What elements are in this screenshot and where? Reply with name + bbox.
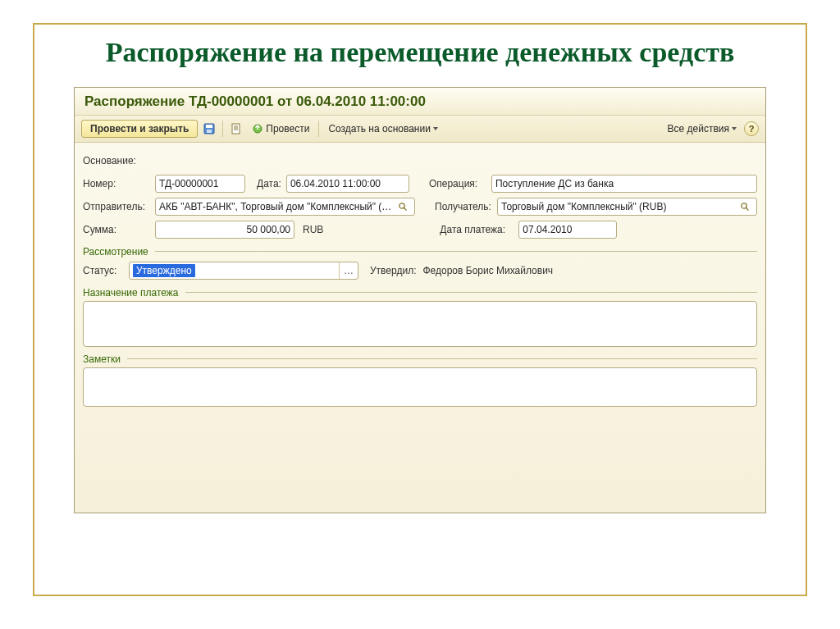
search-icon[interactable] [398,202,411,212]
help-icon[interactable]: ? [744,121,759,136]
svg-rect-1 [206,125,212,128]
svg-line-9 [404,207,407,210]
paydate-value: 07.04.2010 [523,224,613,235]
separator [318,121,319,137]
review-group-label: Рассмотрение [83,246,148,258]
operation-value: Поступление ДС из банка [495,178,753,189]
sum-currency: RUB [303,224,323,235]
svg-line-11 [746,207,749,210]
date-field[interactable]: 06.04.2010 11:00:00 [286,175,409,193]
sum-label: Сумма: [83,224,150,235]
status-value: Утверждено [133,264,195,277]
number-value: ТД-00000001 [159,178,241,189]
post-and-close-button[interactable]: Провести и закрыть [81,120,198,138]
svg-point-10 [742,203,746,207]
svg-point-8 [399,203,404,207]
all-actions-button[interactable]: Все действия [664,121,741,136]
date-value: 06.04.2010 11:00:00 [290,178,405,189]
notes-textarea[interactable] [83,367,757,407]
svg-rect-3 [232,124,240,134]
create-based-on-button[interactable]: Создать на основании [324,121,442,136]
receiver-field[interactable]: Торговый дом "Комплексный" (RUB) [497,198,757,216]
chevron-down-icon [732,127,737,130]
operation-field[interactable]: Поступление ДС из банка [491,175,757,193]
date-label: Дата: [257,178,281,189]
sender-value: АКБ "АВТ-БАНК", Торговый дом "Комплексны… [159,201,398,212]
purpose-group: Назначение платежа [83,287,757,299]
post-button[interactable]: Провести [248,121,313,136]
chevron-down-icon [433,127,438,130]
receiver-value: Торговый дом "Комплексный" (RUB) [501,201,740,212]
notes-group-label: Заметки [83,353,121,365]
ellipsis-icon[interactable]: … [339,262,358,279]
receiver-label: Получатель: [435,201,492,212]
purpose-textarea[interactable] [83,301,757,347]
status-field[interactable]: Утверждено … [129,262,358,280]
sender-label: Отправитель: [83,201,150,212]
post-label: Провести [266,123,309,134]
separator [222,121,223,137]
approved-by-label: Утвердил: [370,265,416,276]
app-window: Распоряжение ТД-00000001 от 06.04.2010 1… [74,87,766,513]
document-icon[interactable] [228,121,244,137]
create-based-label: Создать на основании [328,123,431,134]
paydate-field[interactable]: 07.04.2010 [518,221,617,239]
operation-label: Операция: [429,178,486,189]
number-label: Номер: [83,178,150,189]
review-group: Рассмотрение [83,246,757,258]
save-icon[interactable] [201,121,217,137]
notes-group: Заметки [83,353,757,365]
svg-rect-2 [207,130,212,133]
form-area: Основание: Номер: ТД-00000001 Дата: 06.0… [75,143,765,415]
all-actions-label: Все действия [668,123,729,134]
purpose-group-label: Назначение платежа [83,287,179,299]
sum-field[interactable]: 50 000,00 [155,221,294,239]
number-field[interactable]: ТД-00000001 [155,175,245,193]
slide-title: Распоряжение на перемещение денежных сре… [33,21,807,80]
document-title: Распоряжение ТД-00000001 от 06.04.2010 1… [75,88,765,116]
basis-label: Основание: [83,155,150,166]
status-label: Статус: [83,265,124,276]
sender-field[interactable]: АКБ "АВТ-БАНК", Торговый дом "Комплексны… [155,198,415,216]
paydate-label: Дата платежа: [440,224,514,235]
approved-by-value: Федоров Борис Михайлович [422,265,553,276]
sum-value: 50 000,00 [159,224,290,235]
toolbar: Провести и закрыть Провести Создать на о… [75,116,765,143]
search-icon[interactable] [740,202,753,212]
